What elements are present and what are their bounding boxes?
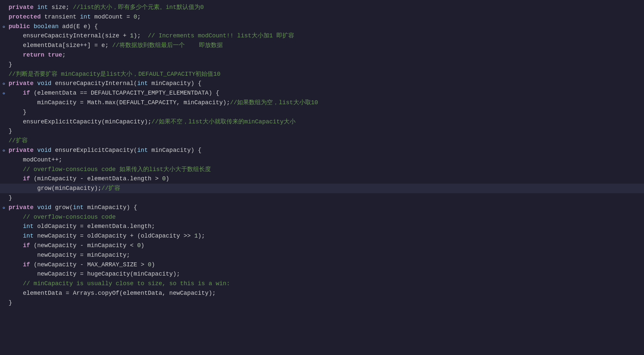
token-plain [9,214,23,220]
token-lit: 1 [194,233,198,239]
fold-marker[interactable]: ⊖ [3,205,7,211]
line-content: minCapacity = Math.max(DEFAULT_CAPACITY,… [9,98,318,108]
token-type: int [80,14,91,20]
line-content: if (elementData == DEFAULTCAPACITY_EMPTY… [9,88,219,98]
token-plain: (newCapacity - MAX_ARRAY_SIZE > [30,261,148,268]
token-kw: if [23,261,30,268]
token-kw: if [23,242,30,249]
token-lit: 1 [130,32,134,39]
token-plain: grow(minCapacity); [9,185,101,192]
token-plain [34,204,37,211]
line-content: private void ensureCapacityInternal(int … [9,79,201,88]
token-plain [9,223,23,230]
token-plain: } [9,195,12,201]
line-content: elementData = Arrays.copyOf(elementData,… [9,288,216,298]
token-cmt: // minCapacity is usually close to size,… [23,280,230,287]
token-cmt: //判断是否要扩容 minCapacity是list大小，DEFAULT_CAP… [9,71,221,77]
token-cmt: //扩容 [101,185,121,192]
token-kw: private [9,4,34,11]
fold-marker[interactable]: ⊖ [3,81,7,87]
token-plain [9,166,23,173]
line-content: grow(minCapacity);//扩容 [9,184,120,193]
token-plain [34,4,37,11]
line-content: return true; [9,50,66,60]
token-plain: (elementData == DEFAULTCAPACITY_EMPTY_EL… [30,90,220,96]
line-content: //扩容 [9,136,28,146]
token-plain: newCapacity = hugeCapacity(minCapacity); [9,271,180,277]
code-line: // overflow-conscious code 如果传入的list大小大于… [0,165,644,174]
token-plain: minCapacity = Math.max(DEFAULT_CAPACITY,… [9,99,230,106]
token-plain: ); [198,233,205,239]
token-plain: elementData[size++] = e; [9,42,112,49]
token-plain: } [9,109,26,115]
code-line: // minCapacity is usually close to size,… [0,279,644,288]
token-lit: 0 [137,242,141,249]
token-plain: ensureCapacityInternal( [52,80,137,87]
line-content: newCapacity = minCapacity; [9,250,130,260]
token-plain [34,147,37,154]
code-line: ⊖private void grow(int minCapacity) { [0,203,644,212]
token-lit: 0 [148,261,151,268]
token-plain: add(E e) { [59,23,98,30]
code-line: } [0,193,644,203]
line-content: } [9,126,12,136]
token-type: void [37,80,51,87]
line-content: private void grow(int minCapacity) { [9,203,137,212]
code-line: newCapacity = minCapacity; [0,250,644,260]
token-plain: ) [166,175,169,182]
code-line: elementData[size++] = e; //将数据放到数组最后一个 即… [0,41,644,50]
token-plain: ; [137,14,141,20]
fold-marker[interactable]: ⊖ [3,24,7,30]
code-line: } [0,298,644,308]
token-cmt: // Increments modCount!! list大小加1 即扩容 [148,32,294,39]
code-line: elementData = Arrays.copyOf(elementData,… [0,288,644,298]
token-plain [9,280,23,287]
token-plain [9,242,23,249]
token-plain [44,52,48,58]
token-cmt: // overflow-conscious code 如果传入的list大小大于… [23,166,211,173]
code-line: minCapacity = Math.max(DEFAULT_CAPACITY,… [0,98,644,108]
code-line: newCapacity = hugeCapacity(minCapacity); [0,269,644,279]
line-content: } [9,108,26,117]
token-plain: } [9,299,12,306]
line-content: int oldCapacity = elementData.length; [9,222,155,231]
code-line: protected transient int modCount = 0; [0,12,644,22]
token-plain: minCapacity) { [148,80,201,87]
token-kw: return [23,52,44,58]
token-plain: elementData = Arrays.copyOf(elementData,… [9,290,216,296]
token-kw: private [9,204,34,211]
token-plain: } [9,128,12,134]
code-line: if (newCapacity - MAX_ARRAY_SIZE > 0) [0,260,644,270]
code-line: ensureExplicitCapacity(minCapacity);//如果… [0,117,644,127]
line-content: public boolean add(E e) { [9,22,98,31]
code-line: if (minCapacity - elementData.length > 0… [0,174,644,184]
token-kw: protected [9,14,41,20]
token-plain: ensureCapacityInternal(size + [9,32,130,39]
token-kw: public [9,23,30,30]
token-plain: ); [134,32,148,39]
code-line: ⊖ if (elementData == DEFAULTCAPACITY_EMP… [0,88,644,98]
code-line: if (newCapacity - minCapacity < 0) [0,241,644,250]
line-content: newCapacity = hugeCapacity(minCapacity); [9,269,180,279]
fold-marker[interactable]: ⊖ [3,91,7,97]
token-plain: modCount++; [9,156,62,163]
token-cmt: //如果不空，list大小就取传来的minCapacity大小 [151,118,296,125]
token-plain: (minCapacity - elementData.length > [30,175,162,182]
line-content: } [9,60,12,69]
token-type: void [37,147,51,154]
line-content: private int size; //list的大小，即有多少个元素。int默… [9,3,204,12]
token-plain: ensureExplicitCapacity( [52,147,137,154]
code-line: int newCapacity = oldCapacity + (oldCapa… [0,231,644,241]
fold-marker[interactable]: ⊖ [3,148,7,154]
token-plain: oldCapacity = elementData.length; [34,223,155,230]
token-plain [9,90,23,96]
code-line: ensureCapacityInternal(size + 1); // Inc… [0,31,644,41]
code-line: return true; [0,50,644,60]
token-kw: private [9,80,34,87]
token-kw: if [23,90,30,96]
token-plain: ) [141,242,144,249]
line-content: int newCapacity = oldCapacity + (oldCapa… [9,231,205,241]
token-plain [9,261,23,268]
token-cmt: //将数据放到数组最后一个 即放数据 [112,42,223,49]
token-lit: 0 [134,14,137,20]
